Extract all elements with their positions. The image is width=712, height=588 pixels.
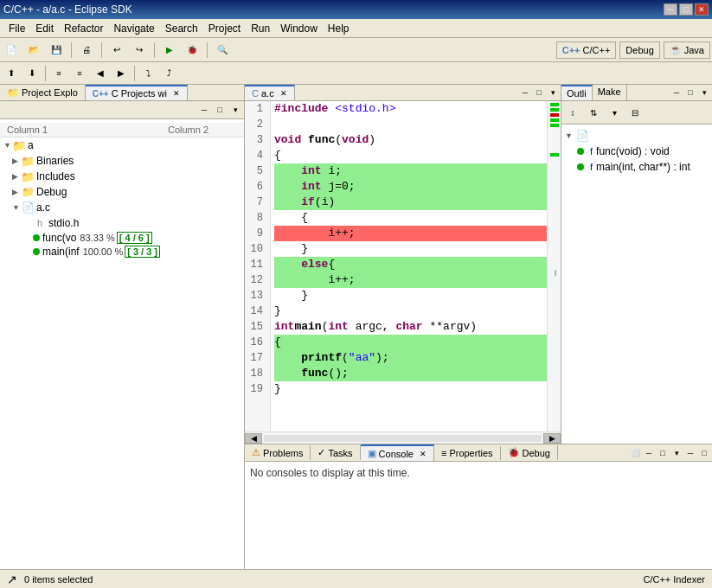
editor-min-btn[interactable]: ─ [519,86,531,99]
tb2-btn4[interactable]: ≡ [70,64,89,83]
editor-scrollbar[interactable]: | [547,101,561,431]
tree-label-binaries: Binaries [36,155,74,167]
tree-item-stdio[interactable]: h stdio.h [0,215,244,231]
minimize-button[interactable]: ─ [664,3,677,16]
debug-perspective[interactable]: Debug [619,42,659,59]
undo-button[interactable]: ↩ [107,41,126,60]
editor-tab-icon: C [252,88,259,99]
maximize-button[interactable]: □ [679,3,693,16]
hscroll-track[interactable] [264,435,542,442]
outline-sort-btn[interactable]: ⇅ [584,103,603,122]
tab-console[interactable]: ▣ Console ✕ [361,444,434,461]
hscroll-right[interactable]: ▶ [543,433,561,444]
redo-button[interactable]: ↪ [130,41,149,60]
bottom-btn3[interactable]: □ [657,447,669,459]
code-editor[interactable]: 1 2 3 4 5 6 7 8 9 10 11 12 13 [245,101,547,431]
hscroll-left[interactable]: ◀ [245,433,262,444]
outline-collapse-btn[interactable]: ⊟ [625,103,645,122]
tb2-btn3[interactable]: ≡ [49,64,68,83]
outline-min-btn[interactable]: ─ [670,86,683,99]
open-button[interactable]: 📂 [24,41,43,60]
tree-label-stdio: stdio.h [48,217,79,229]
tab-properties[interactable]: ≡ Properties [434,446,501,460]
editor-menu-btn[interactable]: ▾ [547,86,559,99]
editor-tab-close[interactable]: ✕ [280,89,287,98]
menu-help[interactable]: Help [323,21,355,36]
debug-button[interactable]: 🐞 [183,41,202,60]
menu-project[interactable]: Project [203,21,246,36]
cpp-perspective[interactable]: C++ C/C++ [556,42,617,59]
tree-item-includes[interactable]: ▶ 📁 Includes [0,169,244,184]
search-button[interactable]: 🔍 [213,41,232,60]
tree-item-main[interactable]: main(inf 100.00 % [ 3 / 3 ] [0,245,244,259]
tab-outline[interactable]: Outli [561,85,593,100]
expander-ac[interactable]: ▼ [12,203,21,212]
panel-maximize-btn[interactable]: □ [213,103,227,117]
console-close[interactable]: ✕ [420,450,427,458]
tab-tasks[interactable]: ✓ Tasks [311,445,360,460]
bottom-btn4[interactable]: ▾ [670,447,683,459]
menu-run[interactable]: Run [246,21,275,36]
tree-item-func[interactable]: func(vo 83.33 % [ 4 / 6 ] [0,231,244,245]
outline-expand-root[interactable]: ▼ [565,131,573,140]
expander-binaries[interactable]: ▶ [12,157,21,165]
outline-item-root[interactable]: ▼ 📄 [565,128,709,144]
editor-panel: C a.c ✕ ─ □ ▾ 1 2 3 [245,85,561,444]
bottom-min-btn[interactable]: ─ [684,447,696,459]
tree-item-ac[interactable]: ▼ 📄 a.c [0,200,244,215]
menu-window[interactable]: Window [275,21,323,36]
tab-problems[interactable]: ⚠ Problems [245,445,311,460]
editor-tabs: C a.c ✕ ─ □ ▾ [245,85,561,101]
tb2-btn6[interactable]: ▶ [112,64,131,83]
menu-navigate[interactable]: Navigate [108,21,159,36]
tb2-btn8[interactable]: ⤴ [159,64,178,83]
panel-menu-btn[interactable]: ▾ [228,103,242,117]
left-panel: 📁 Project Explo C++ C Projects wi ✕ ─ □ … [0,85,245,569]
editor-tab-ac[interactable]: C a.c ✕ [245,85,295,100]
bottom-btn2[interactable]: ─ [643,447,655,459]
code-line-1: #include <stdio.h> [274,101,547,117]
tb2-btn1[interactable]: ⬆ [2,64,21,83]
tab-project-explorer[interactable]: 📁 Project Explo [0,85,86,100]
outline-max-btn[interactable]: □ [684,86,696,99]
tab-c-projects[interactable]: C++ C Projects wi ✕ [86,85,188,100]
new-button[interactable]: 📄 [2,41,21,60]
tab-debug[interactable]: 🐞 Debug [501,445,558,460]
menu-search[interactable]: Search [160,21,203,36]
java-perspective[interactable]: ☕ Java [664,42,710,59]
tb2-btn7[interactable]: ⤵ [138,64,157,83]
outline-sync-btn[interactable]: ↕ [563,103,582,122]
tree-label-includes: Includes [36,170,75,182]
run-button[interactable]: ▶ [160,41,179,60]
outline-menu-btn[interactable]: ▾ [698,86,710,99]
tree-item-binaries[interactable]: ▶ 📁 Binaries [0,153,244,169]
panel-minimize-btn[interactable]: ─ [197,103,211,117]
outline-item-func[interactable]: f func(void) : void [565,144,709,159]
editor-max-btn[interactable]: □ [533,86,545,99]
bottom-max-btn[interactable]: □ [698,447,710,459]
outline-item-main[interactable]: f main(int, char**) : int [565,159,709,175]
tb2-btn5[interactable]: ◀ [91,64,110,83]
tree-item-debug[interactable]: ▶ 📁 Debug [0,184,244,200]
expander-includes[interactable]: ▶ [12,172,21,181]
close-button[interactable]: ✕ [695,3,709,16]
center-right-wrapper: C a.c ✕ ─ □ ▾ 1 2 3 [245,85,712,569]
menu-file[interactable]: File [3,21,30,36]
horizontal-scrollbar[interactable]: ◀ ▶ [245,431,561,444]
tree-item-root-a[interactable]: ▼ 📁 a [0,137,244,153]
expander-debug[interactable]: ▶ [12,188,21,196]
code-container: 1 2 3 4 5 6 7 8 9 10 11 12 13 [245,101,561,431]
print-button[interactable]: 🖨 [77,41,96,60]
c-projects-close[interactable]: ✕ [173,89,180,98]
tb2-btn2[interactable]: ⬇ [22,64,42,83]
bottom-btn1[interactable]: ⬜ [629,447,641,459]
outline-filter-btn[interactable]: ▾ [605,103,624,122]
save-button[interactable]: 💾 [47,41,66,60]
tree-area: Column 1 Column 2 ▼ 📁 a ▶ 📁 Binaries ▶ [0,119,244,569]
menu-refactor[interactable]: Refactor [59,21,108,36]
menu-edit[interactable]: Edit [30,21,59,36]
expander-a[interactable]: ▼ [3,141,12,150]
func-bar: [ 4 / 6 ] [117,232,152,244]
tab-make[interactable]: Make [593,85,627,100]
tree-label-func: func(vo [42,232,76,244]
